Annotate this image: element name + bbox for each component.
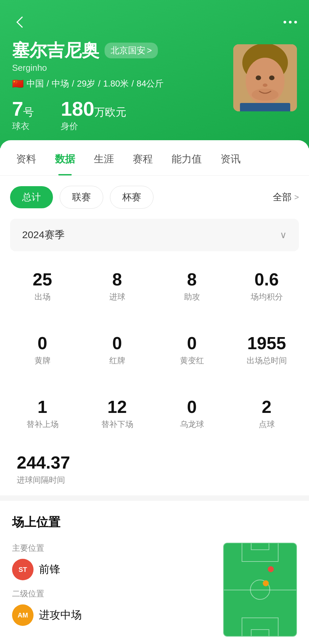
field-lines	[224, 543, 296, 636]
separator: /	[72, 78, 74, 89]
assists-label: 助攻	[160, 291, 224, 302]
position-dot-secondary	[263, 580, 269, 586]
stat-assists: 8 助攻	[156, 261, 228, 312]
dot-icon	[284, 21, 286, 23]
player-name: 塞尔吉尼奥	[12, 41, 99, 60]
weight: 84公斤	[136, 78, 164, 90]
separator: /	[131, 78, 134, 89]
own-goals-label: 乌龙球	[160, 419, 224, 430]
dot-icon	[294, 21, 297, 23]
goals-label: 进球	[85, 291, 149, 302]
total-time-value: 1955	[234, 334, 299, 352]
team-chevron: >	[147, 45, 152, 56]
more-button[interactable]	[284, 21, 297, 23]
red-cards-value: 0	[85, 334, 149, 352]
position-section: 场上位置 主要位置 ST 前锋 二级位置 AM 进攻中场	[0, 501, 309, 644]
goal-bottom	[251, 629, 269, 636]
total-time-label: 出场总时间	[234, 355, 299, 366]
primary-pos-item: ST 前锋	[12, 559, 213, 580]
avatar-svg	[233, 44, 297, 111]
filter-league[interactable]: 联赛	[60, 186, 103, 209]
filter-total[interactable]: 总计	[10, 186, 53, 208]
sub-on-label: 替补上场	[10, 419, 75, 430]
player-meta: 🇨🇳 中国 / 中场 / 29岁 / 1.80米 / 84公斤	[12, 78, 233, 90]
player-stats-row: 7号 球衣 180万欧元 身价	[12, 99, 233, 132]
season-chevron-icon: ∨	[280, 229, 287, 240]
stat-own-goals: 0 乌龙球	[156, 389, 228, 439]
dot-icon	[289, 21, 292, 23]
tab-shengyai[interactable]: 生涯	[84, 140, 123, 175]
stats-grid-row1: 25 出场 8 进球 8 助攻 0.6 场均积分	[0, 255, 309, 318]
filter-chevron-icon: >	[294, 193, 299, 202]
penalties-value: 2	[234, 398, 299, 416]
main-content: 资料 数据 生涯 赛程 能力值 资讯 总计 联赛 杯赛 全部 > 2024赛季 …	[0, 140, 309, 644]
stat-goal-interval: 244.37 进球间隔时间	[0, 446, 309, 495]
svg-point-5	[263, 84, 267, 87]
market-value-block: 180万欧元 身价	[61, 99, 126, 132]
age: 29岁	[77, 78, 95, 90]
avg-score-label: 场均积分	[234, 291, 299, 302]
penalties-label: 点球	[234, 419, 299, 430]
penalty-top	[242, 543, 279, 562]
separator: /	[98, 78, 100, 89]
stat-yellow-red: 0 黄变红	[156, 325, 228, 375]
position: 中场	[52, 78, 69, 90]
stat-avg-score: 0.6 场均积分	[231, 261, 302, 312]
field-diagram	[223, 543, 297, 637]
position-labels: 主要位置 ST 前锋 二级位置 AM 进攻中场	[12, 543, 213, 634]
header-section: 塞尔吉尼奥 北京国安 > Serginho 🇨🇳 中国 / 中场 / 29岁 /…	[0, 0, 309, 148]
red-cards-label: 红牌	[85, 355, 149, 366]
avatar-face	[233, 44, 297, 111]
goal-interval-label: 进球间隔时间	[17, 475, 292, 485]
assists-value: 8	[160, 271, 224, 288]
svg-point-3	[256, 75, 261, 80]
tab-zixun[interactable]: 资讯	[211, 140, 250, 175]
player-en-name: Serginho	[12, 63, 233, 73]
position-content: 主要位置 ST 前锋 二级位置 AM 进攻中场	[12, 543, 297, 637]
tab-ziliao[interactable]: 资料	[7, 140, 46, 175]
filter-all-label: 全部	[273, 191, 292, 204]
secondary-pos-item: AM 进攻中场	[12, 604, 213, 626]
flag-icon: 🇨🇳	[12, 78, 24, 89]
stat-goals: 8 进球	[81, 261, 153, 312]
back-arrow-icon	[16, 16, 28, 28]
appearances-label: 出场	[10, 291, 75, 302]
svg-rect-6	[240, 103, 290, 111]
tabs-row: 资料 数据 生涯 赛程 能力值 资讯	[0, 140, 309, 176]
top-bar	[12, 0, 297, 41]
tab-shuju[interactable]: 数据	[46, 140, 84, 175]
filter-all[interactable]: 全部 >	[273, 191, 299, 204]
goals-value: 8	[85, 271, 149, 288]
secondary-pos-badge: AM	[12, 604, 34, 626]
filter-cup[interactable]: 杯赛	[110, 186, 153, 209]
own-goals-value: 0	[160, 398, 224, 416]
stat-appearances: 25 出场	[7, 261, 78, 312]
market-value-display: 180万欧元	[61, 99, 126, 119]
primary-pos-badge: ST	[12, 559, 34, 580]
stats-grid-row3: 1 替补上场 12 替补下场 0 乌龙球 2 点球	[0, 382, 309, 446]
season-label: 2024赛季	[22, 228, 65, 242]
market-value-label: 身价	[61, 120, 126, 132]
section-divider	[0, 495, 309, 501]
svg-point-7	[252, 89, 279, 101]
secondary-pos-name: 进攻中场	[39, 608, 82, 623]
yellow-red-label: 黄变红	[160, 355, 224, 366]
yellow-cards-value: 0	[10, 334, 75, 352]
jersey-sublabel: 球衣	[12, 120, 34, 132]
tab-nenglizhi[interactable]: 能力值	[162, 140, 211, 175]
stat-yellow-cards: 0 黄牌	[7, 325, 78, 375]
player-left: 塞尔吉尼奥 北京国安 > Serginho 🇨🇳 中国 / 中场 / 29岁 /…	[12, 41, 233, 132]
jersey-number-display: 7号	[12, 99, 34, 119]
secondary-pos-category: 二级位置	[12, 588, 213, 599]
separator: /	[47, 78, 49, 89]
back-button[interactable]	[12, 13, 29, 31]
stat-penalties: 2 点球	[231, 389, 302, 439]
appearances-value: 25	[10, 271, 75, 288]
team-badge[interactable]: 北京国安 >	[105, 43, 158, 58]
season-selector[interactable]: 2024赛季 ∨	[10, 219, 299, 251]
position-dot-primary	[268, 566, 274, 572]
player-avatar	[233, 44, 297, 111]
height: 1.80米	[103, 78, 129, 90]
filter-row: 总计 联赛 杯赛 全部 >	[0, 176, 309, 219]
tab-saicheng[interactable]: 赛程	[123, 140, 162, 175]
